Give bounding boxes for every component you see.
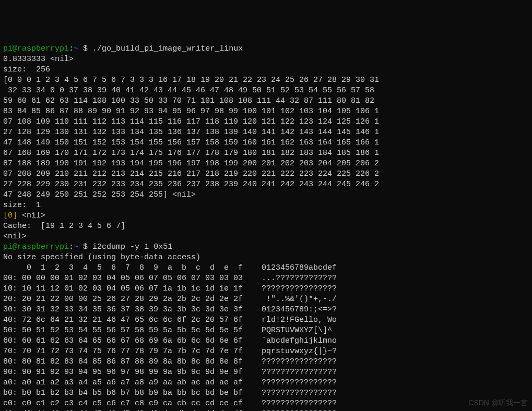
hexdump-row: 10: 10 11 12 01 02 03 04 05 06 07 1a 1b …	[3, 284, 337, 293]
hexdump-row: a0: a0 a1 a2 a3 a4 a5 a6 a7 a8 a9 aa ab …	[3, 378, 337, 387]
out-array-6: 47 148 149 150 151 152 153 154 155 156 1…	[3, 138, 379, 147]
out-array-1: 32 33 34 0 0 37 38 39 40 41 42 43 44 45 …	[3, 86, 379, 95]
command-1: ./go_build_pi_image_writer_linux	[92, 44, 243, 53]
hexdump-row: c0: c0 c1 c2 c3 c4 c5 c6 c7 c8 c9 ca cb …	[3, 399, 337, 408]
out-array-9: 07 208 209 210 211 212 213 214 215 216 2…	[3, 170, 379, 178]
hexdump-row: 00: 00 00 00 01 02 03 04 05 06 07 05 06 …	[3, 274, 337, 283]
out-nil: <nil>	[17, 211, 45, 220]
out-size-256: size: 256	[3, 65, 50, 74]
prompt-1: pi@raspberrypi:~ $	[3, 44, 92, 53]
hexdump-row: 60: 60 61 62 63 64 65 66 67 68 69 6a 6b …	[3, 336, 337, 345]
hexdump-row: b0: b0 b1 b2 b3 b4 b5 b6 b7 b8 b9 ba bb …	[3, 389, 337, 397]
out-zero-array: [0]	[3, 211, 17, 220]
hexdump-row: 40: 72 6c 64 21 32 21 46 47 65 6c 6c 6f …	[3, 316, 337, 324]
at: @	[13, 243, 17, 251]
colon: :	[69, 44, 74, 53]
out2-nosize: No size specified (using byte-data acces…	[3, 253, 200, 262]
out-ratio: 0.8333333 <nil>	[3, 55, 74, 64]
hexdump-row: 30: 30 31 32 33 34 35 36 37 38 39 3a 3b …	[3, 305, 337, 314]
out-array-11: 47 248 249 250 251 252 253 254 255] <nil…	[3, 190, 196, 199]
out-array-4: 07 108 109 110 111 112 113 114 115 116 1…	[3, 117, 379, 126]
dollar: $	[78, 44, 92, 53]
prompt-cwd: ~	[74, 243, 78, 251]
watermark: CSDN @听我一言	[468, 397, 528, 408]
hexdump-row: 90: 90 91 92 93 94 95 96 97 98 99 9a 9b …	[3, 368, 337, 377]
out-array-10: 27 228 229 230 231 232 233 234 235 236 2…	[3, 180, 379, 189]
prompt-user: pi	[3, 243, 13, 251]
dollar: $	[78, 243, 92, 251]
command-2: i2cdump -y 1 0x51	[92, 243, 172, 251]
hexdump-row: 70: 70 71 72 73 74 75 76 77 78 79 7a 7b …	[3, 347, 337, 356]
out-nil-2: <nil>	[3, 232, 27, 241]
colon: :	[69, 243, 74, 251]
hexdump-row: 50: 50 51 52 53 54 55 56 57 58 59 5a 5b …	[3, 326, 337, 335]
hexdump-row: 20: 20 21 22 00 00 25 26 27 28 29 2a 2b …	[3, 295, 337, 304]
prompt-host: raspberrypi	[17, 44, 69, 53]
out-array-2: 59 60 61 62 63 114 108 100 33 50 33 70 7…	[3, 96, 379, 105]
prompt-user: pi	[3, 44, 13, 53]
out-array-0: [0 0 0 1 2 3 4 5 6 7 5 6 7 3 3 3 16 17 1…	[3, 76, 379, 84]
at: @	[13, 44, 17, 53]
out-cache: Cache: [19 1 2 3 4 5 6 7]	[3, 222, 125, 231]
out-array-5: 27 128 129 130 131 132 133 134 135 136 1…	[3, 128, 379, 137]
hexdump-row: 80: 80 81 82 83 84 85 86 87 88 89 8a 8b …	[3, 357, 337, 366]
terminal-output: pi@raspberrypi:~ $ ./go_build_pi_image_w…	[3, 44, 529, 411]
prompt-host: raspberrypi	[17, 243, 69, 251]
out-array-3: 83 84 85 86 87 88 89 90 91 92 93 94 95 9…	[3, 107, 379, 116]
prompt-2: pi@raspberrypi:~ $	[3, 243, 92, 251]
out-array-8: 87 188 189 190 191 192 193 194 195 196 1…	[3, 159, 379, 168]
hexdump-header: 0 1 2 3 4 5 6 7 8 9 a b c d e f 01234567…	[3, 263, 337, 272]
out-array-7: 67 168 169 170 171 172 173 174 175 176 1…	[3, 149, 379, 158]
out-size-1: size: 1	[3, 201, 41, 210]
prompt-cwd: ~	[74, 44, 78, 53]
